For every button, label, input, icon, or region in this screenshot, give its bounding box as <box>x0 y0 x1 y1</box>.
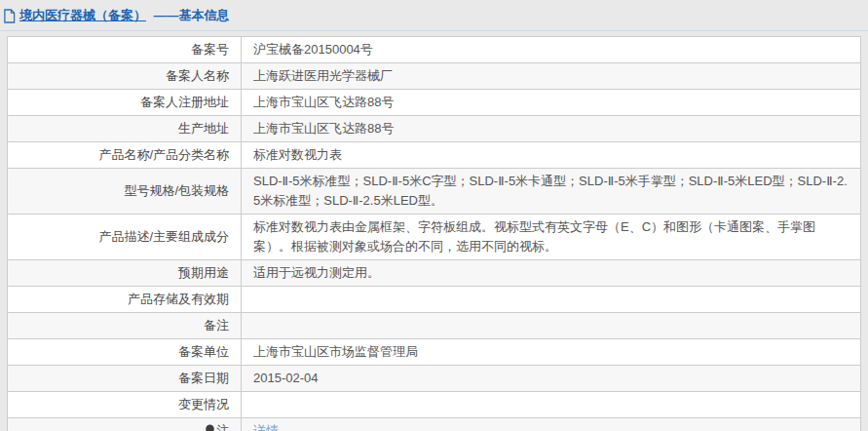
row-label-text: 产品描述/主要组成成分 <box>98 229 229 244</box>
row-label-text: 变更情况 <box>178 397 229 411</box>
row-value: 沪宝械备20150004号 <box>242 37 861 63</box>
table-container: 备案号沪宝械备20150004号备案人名称上海跃进医用光学器械厂备案人注册地址上… <box>0 31 868 431</box>
table-row: 备案日期2015-02-04 <box>8 366 861 392</box>
info-table-body: 备案号沪宝械备20150004号备案人名称上海跃进医用光学器械厂备案人注册地址上… <box>8 37 861 431</box>
row-value: 2015-02-04 <box>242 366 861 392</box>
row-label-text: 产品名称/产品分类名称 <box>98 147 229 162</box>
table-row: 注详情 <box>8 418 861 431</box>
row-label-text: 预期用途 <box>178 265 229 280</box>
page: 境内医疗器械（备案） ——基本信息 备案号沪宝械备20150004号备案人名称上… <box>0 0 868 431</box>
row-value: 上海跃进医用光学器械厂 <box>242 63 861 90</box>
row-label: 产品名称/产品分类名称 <box>8 142 242 169</box>
table-row: 备案人注册地址上海市宝山区飞达路88号 <box>8 90 861 116</box>
row-label: 备案人注册地址 <box>8 90 242 116</box>
row-label: 备案人名称 <box>8 63 242 90</box>
row-label: 产品描述/主要组成成分 <box>8 215 242 260</box>
row-label-text: 型号规格/包装规格 <box>124 183 229 198</box>
row-label-text: 生产地址 <box>178 121 229 136</box>
row-value: 标准对数视力表 <box>242 142 861 169</box>
document-icon <box>3 9 16 23</box>
row-label-text: 备注 <box>204 318 229 333</box>
breadcrumb-link[interactable]: 境内医疗器械（备案） <box>19 7 146 24</box>
row-label: 预期用途 <box>8 260 242 287</box>
table-row: 备案号沪宝械备20150004号 <box>8 37 861 63</box>
row-label: 备案单位 <box>8 339 242 366</box>
row-label: 注 <box>8 418 242 431</box>
row-label-text: 备案人注册地址 <box>140 95 229 109</box>
row-label-text: 产品存储及有效期 <box>128 292 229 306</box>
row-label: 备注 <box>8 313 242 339</box>
table-row: 变更情况 <box>8 392 861 418</box>
table-row: 生产地址上海市宝山区飞达路88号 <box>8 116 861 142</box>
row-value: 上海市宝山区市场监督管理局 <box>242 339 861 366</box>
note-icon <box>205 424 215 431</box>
row-value <box>242 392 861 418</box>
row-label: 变更情况 <box>8 392 242 418</box>
row-label-text: 备案单位 <box>178 344 229 359</box>
row-label: 产品存储及有效期 <box>8 287 242 313</box>
row-label-text: 注 <box>216 423 229 431</box>
row-value: 适用于远视力测定用。 <box>242 260 861 287</box>
row-value: 标准对数视力表由金属框架、字符板组成。视标型式有英文字母（E、C）和图形（卡通图… <box>242 215 861 260</box>
row-label-text: 备案号 <box>191 42 229 57</box>
row-value: 上海市宝山区飞达路88号 <box>242 116 861 142</box>
table-row: 备案单位上海市宝山区市场监督管理局 <box>8 339 861 366</box>
page-header: 境内医疗器械（备案） ——基本信息 <box>0 0 868 31</box>
row-value: 详情 <box>242 418 861 431</box>
table-row: 产品名称/产品分类名称标准对数视力表 <box>8 142 861 169</box>
row-label-text: 备案日期 <box>178 371 229 385</box>
table-row: 型号规格/包装规格SLD-Ⅱ-5米标准型；SLD-Ⅱ-5米C字型；SLD-Ⅱ-5… <box>8 169 861 215</box>
row-label: 备案号 <box>8 37 242 63</box>
table-row: 产品存储及有效期 <box>8 287 861 313</box>
page-title: ——基本信息 <box>150 7 230 24</box>
table-row: 产品描述/主要组成成分标准对数视力表由金属框架、字符板组成。视标型式有英文字母（… <box>8 215 861 260</box>
row-label: 生产地址 <box>8 116 242 142</box>
table-row: 备注 <box>8 313 861 339</box>
detail-link[interactable]: 详情 <box>253 423 279 431</box>
row-label-text: 备案人名称 <box>166 68 229 83</box>
row-label: 型号规格/包装规格 <box>8 169 242 215</box>
row-label: 备案日期 <box>8 366 242 392</box>
table-row: 预期用途适用于远视力测定用。 <box>8 260 861 287</box>
row-value <box>242 287 861 313</box>
row-value <box>242 313 861 339</box>
table-row: 备案人名称上海跃进医用光学器械厂 <box>8 63 861 90</box>
row-value: 上海市宝山区飞达路88号 <box>242 90 861 116</box>
basic-info-table: 备案号沪宝械备20150004号备案人名称上海跃进医用光学器械厂备案人注册地址上… <box>7 36 861 431</box>
row-value: SLD-Ⅱ-5米标准型；SLD-Ⅱ-5米C字型；SLD-Ⅱ-5米卡通型；SLD-… <box>242 169 861 215</box>
